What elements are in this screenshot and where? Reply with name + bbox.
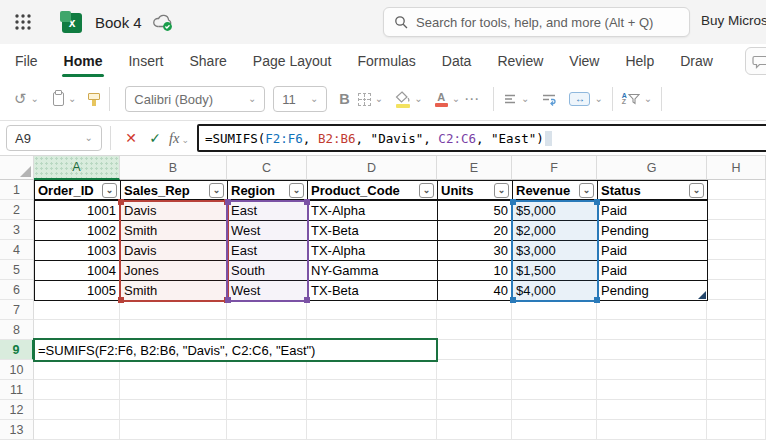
cell-c2[interactable]: East: [228, 201, 308, 221]
cell-e4[interactable]: 30: [438, 241, 513, 261]
select-all-corner[interactable]: [0, 156, 34, 180]
column-header-d[interactable]: D: [307, 156, 437, 180]
tab-page-layout[interactable]: Page Layout: [253, 53, 332, 69]
cell-c5[interactable]: South: [228, 261, 308, 281]
name-box[interactable]: A9 ⌄: [6, 125, 102, 151]
row-header-11[interactable]: 11: [0, 380, 34, 400]
cell-g4[interactable]: Paid: [598, 241, 708, 261]
cell-g6[interactable]: Pending: [598, 281, 708, 301]
merge-center-button[interactable]: ↔: [569, 92, 590, 106]
font-color-button[interactable]: A: [435, 92, 448, 107]
cell-g5[interactable]: Paid: [598, 261, 708, 281]
column-header-a[interactable]: A: [34, 156, 120, 180]
filter-button[interactable]: ⌄: [419, 183, 434, 198]
cell-e5[interactable]: 10: [438, 261, 513, 281]
tab-view[interactable]: View: [569, 53, 599, 69]
align-chevron-icon[interactable]: ⌄: [521, 95, 529, 103]
filter-button[interactable]: ⌄: [579, 183, 594, 198]
row-header-1[interactable]: 1: [0, 180, 34, 200]
row-header-4[interactable]: 4: [0, 240, 34, 260]
format-painter-button[interactable]: [88, 93, 100, 106]
cell-b5[interactable]: Jones: [121, 261, 228, 281]
cell-a4[interactable]: 1003: [35, 241, 121, 261]
table-header-cell[interactable]: Units⌄: [438, 181, 513, 201]
filter-button[interactable]: ⌄: [494, 183, 509, 198]
row-header-12[interactable]: 12: [0, 400, 34, 420]
undo-dropdown-chevron-icon[interactable]: ⌄: [31, 95, 39, 103]
cell-g3[interactable]: Pending: [598, 221, 708, 241]
active-cell-a9-edit[interactable]: =SUMIFS(F2:F6, B2:B6, "Davis", C2:C6, "E…: [33, 338, 438, 362]
sort-filter-button[interactable]: A Z: [622, 93, 640, 105]
wrap-text-button[interactable]: [541, 92, 557, 106]
borders-button[interactable]: [358, 93, 371, 106]
cell-f2[interactable]: $5,000: [513, 201, 598, 221]
tab-draw[interactable]: Draw: [680, 53, 713, 69]
cell-b4[interactable]: Davis: [121, 241, 228, 261]
tab-home[interactable]: Home: [64, 53, 103, 69]
undo-button[interactable]: ↺: [14, 90, 27, 108]
table-header-cell[interactable]: Region⌄: [228, 181, 308, 201]
row-header-6[interactable]: 6: [0, 280, 34, 300]
saved-cloud-check-icon[interactable]: [152, 13, 174, 32]
font-size-select[interactable]: 11 ⌄: [273, 86, 327, 112]
cell-e2[interactable]: 50: [438, 201, 513, 221]
tab-insert[interactable]: Insert: [128, 53, 163, 69]
cell-f4[interactable]: $3,000: [513, 241, 598, 261]
row-header-2[interactable]: 2: [0, 200, 34, 220]
fill-color-chevron-icon[interactable]: ⌄: [414, 95, 422, 103]
buy-microsoft-button[interactable]: Buy Microso: [701, 13, 766, 28]
table-header-cell[interactable]: Revenue⌄: [513, 181, 598, 201]
filter-button[interactable]: ⌄: [102, 183, 117, 198]
filter-button[interactable]: ⌄: [689, 183, 704, 198]
tab-review[interactable]: Review: [497, 53, 543, 69]
align-button[interactable]: [503, 92, 517, 106]
column-header-b[interactable]: B: [120, 156, 227, 180]
column-header-g[interactable]: G: [597, 156, 707, 180]
cell-b3[interactable]: Smith: [121, 221, 228, 241]
row-header-10[interactable]: 10: [0, 360, 34, 380]
tab-file[interactable]: File: [15, 53, 38, 69]
cell-d2[interactable]: TX-Alpha: [308, 201, 438, 221]
cell-d4[interactable]: TX-Alpha: [308, 241, 438, 261]
tab-data[interactable]: Data: [442, 53, 472, 69]
row-header-9[interactable]: 9: [0, 340, 34, 360]
workbook-title[interactable]: Book 4: [95, 14, 142, 31]
table-header-cell[interactable]: Order_ID⌄: [35, 181, 121, 201]
tab-formulas[interactable]: Formulas: [357, 53, 415, 69]
cell-d3[interactable]: TX-Beta: [308, 221, 438, 241]
row-header-7[interactable]: 7: [0, 300, 34, 320]
font-color-chevron-icon[interactable]: ⌄: [452, 95, 460, 103]
column-header-c[interactable]: C: [227, 156, 307, 180]
confirm-entry-button[interactable]: ✓: [143, 130, 167, 146]
insert-function-chevron-icon[interactable]: ⌄: [181, 135, 189, 145]
bold-button[interactable]: B: [339, 91, 349, 107]
sort-filter-chevron-icon[interactable]: ⌄: [644, 95, 652, 103]
cell-a5[interactable]: 1004: [35, 261, 121, 281]
cell-e3[interactable]: 20: [438, 221, 513, 241]
table-resize-handle[interactable]: [698, 291, 706, 299]
excel-logo-icon[interactable]: x: [60, 11, 83, 34]
table-header-cell[interactable]: Sales_Rep⌄: [121, 181, 228, 201]
cell-d6[interactable]: TX-Beta: [308, 281, 438, 301]
paste-dropdown-chevron-icon[interactable]: ⌄: [68, 95, 76, 103]
row-header-5[interactable]: 5: [0, 260, 34, 280]
borders-chevron-icon[interactable]: ⌄: [375, 95, 383, 103]
merge-chevron-icon[interactable]: ⌄: [594, 95, 602, 103]
cell-c6[interactable]: West: [228, 281, 308, 301]
cell-a3[interactable]: 1002: [35, 221, 121, 241]
cell-c3[interactable]: West: [228, 221, 308, 241]
cell-f3[interactable]: $2,000: [513, 221, 598, 241]
cell-b6[interactable]: Smith: [121, 281, 228, 301]
formula-input[interactable]: =SUMIFS( F2:F6 , B2:B6 , "Davis", C2:C6 …: [197, 124, 766, 152]
filter-button[interactable]: ⌄: [289, 183, 304, 198]
comments-button[interactable]: [745, 47, 766, 75]
table-header-cell[interactable]: Status⌄: [598, 181, 708, 201]
cell-f6[interactable]: $4,000: [513, 281, 598, 301]
tab-help[interactable]: Help: [625, 53, 654, 69]
row-header-13[interactable]: 13: [0, 420, 34, 440]
column-header-h[interactable]: H: [707, 156, 766, 180]
table-header-cell[interactable]: Product_Code⌄: [308, 181, 438, 201]
cell-a6[interactable]: 1005: [35, 281, 121, 301]
more-font-options-button[interactable]: ⋯: [464, 90, 480, 108]
insert-function-button[interactable]: fx: [169, 130, 179, 146]
